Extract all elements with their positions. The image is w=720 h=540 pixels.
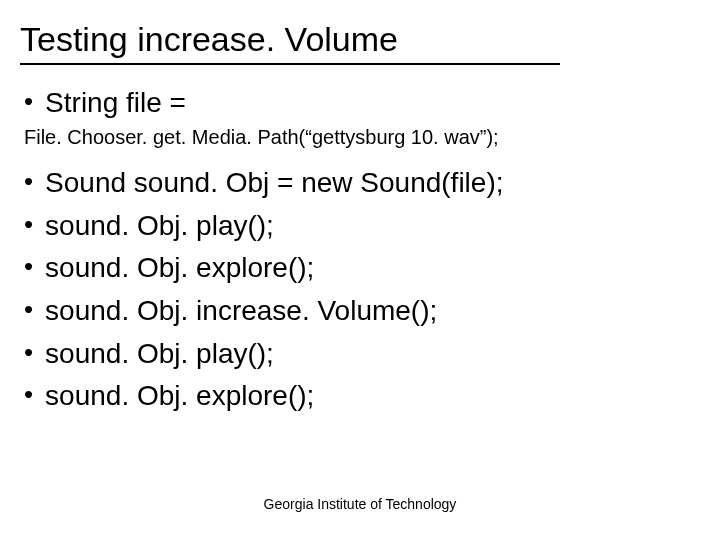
bullet-dot-icon: • — [24, 83, 33, 119]
bullet-row: • Sound sound. Obj = new Sound(file); — [20, 163, 700, 204]
bullet-dot-icon: • — [24, 206, 33, 242]
bullet-row: • sound. Obj. play(); — [20, 206, 700, 247]
footer-attribution: Georgia Institute of Technology — [0, 496, 720, 512]
bullet-row: • sound. Obj. explore(); — [20, 376, 700, 417]
bullet-dot-icon: • — [24, 248, 33, 284]
bullet-row: • sound. Obj. explore(); — [20, 248, 700, 289]
bullet-row: • sound. Obj. increase. Volume(); — [20, 291, 700, 332]
bullet-dot-icon: • — [24, 334, 33, 370]
bullet-list: • Sound sound. Obj = new Sound(file); • … — [20, 163, 700, 417]
bullet-text: sound. Obj. increase. Volume(); — [45, 291, 437, 332]
bullet-text: String file = — [45, 83, 186, 122]
bullet-text: sound. Obj. play(); — [45, 334, 274, 375]
bullet-row: • String file = — [20, 83, 700, 122]
bullet-text: sound. Obj. explore(); — [45, 376, 314, 417]
code-line: File. Chooser. get. Media. Path(“gettysb… — [24, 126, 700, 149]
bullet-dot-icon: • — [24, 163, 33, 199]
bullet-text: Sound sound. Obj = new Sound(file); — [45, 163, 503, 204]
bullet-row: • sound. Obj. play(); — [20, 334, 700, 375]
slide-title: Testing increase. Volume — [20, 20, 560, 65]
bullet-dot-icon: • — [24, 291, 33, 327]
bullet-text: sound. Obj. play(); — [45, 206, 274, 247]
bullet-text: sound. Obj. explore(); — [45, 248, 314, 289]
bullet-dot-icon: • — [24, 376, 33, 412]
